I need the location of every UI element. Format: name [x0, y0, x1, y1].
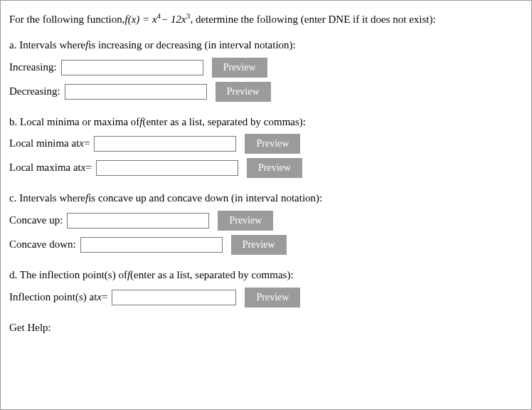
maxima-x: x [81, 160, 86, 176]
d-prefix: d. The inflection point(s) of [9, 268, 127, 283]
inflection-x: x [97, 290, 102, 305]
decreasing-row: Decreasing: Preview [9, 82, 523, 102]
exp2: 3 [186, 10, 191, 21]
intro-prefix: For the following function, [9, 12, 124, 28]
function-lhs: f(x) = x [124, 12, 156, 28]
increasing-label: Increasing: [9, 60, 57, 75]
a-prefix: a. Intervals where [9, 38, 85, 53]
c-suffix: is concave up and concave down (in inter… [88, 191, 322, 206]
b-prefix: b. Local minima or maxima of [9, 115, 139, 130]
minima-eq: = [84, 136, 90, 152]
concave-up-label: Concave up: [9, 213, 63, 228]
minima-prefix: Local minima at [9, 136, 79, 152]
concave-down-row: Concave down: Preview [9, 235, 523, 255]
preview-button[interactable]: Preview [245, 288, 300, 308]
intro-suffix: , determine the following (enter DNE if … [190, 12, 435, 28]
local-maxima-input[interactable] [96, 160, 238, 176]
function-mid: − 12x [161, 12, 186, 28]
inflection-prefix: Inflection point(s) at [9, 290, 97, 305]
inflection-row: Inflection point(s) at x = Preview [9, 288, 523, 308]
concave-up-row: Concave up: Preview [9, 211, 523, 231]
part-c-title: c. Intervals where f is concave up and c… [9, 191, 523, 206]
preview-button[interactable]: Preview [216, 82, 271, 102]
part-a-title: a. Intervals where f is increasing or de… [9, 38, 523, 53]
local-minima-input[interactable] [94, 136, 236, 152]
get-help-label: Get Help: [9, 320, 51, 336]
maxima-prefix: Local maxima at [9, 160, 81, 176]
decreasing-input[interactable] [65, 84, 207, 100]
problem-frame: For the following function, f(x) = x4 − … [0, 0, 532, 410]
part-d-title: d. The inflection point(s) of f (enter a… [9, 268, 523, 283]
increasing-input[interactable] [61, 60, 203, 75]
c-prefix: c. Intervals where [9, 191, 85, 206]
exp1: 4 [157, 10, 161, 21]
local-minima-row: Local minima at x = Preview [9, 134, 523, 154]
preview-button[interactable]: Preview [245, 134, 300, 154]
increasing-row: Increasing: Preview [9, 58, 523, 78]
minima-x: x [79, 136, 84, 152]
inflection-eq: = [102, 290, 107, 305]
b-suffix: (enter as a list, separated by commas): [142, 115, 306, 130]
decreasing-label: Decreasing: [9, 84, 60, 100]
preview-button[interactable]: Preview [231, 235, 287, 255]
concave-down-label: Concave down: [9, 237, 76, 253]
get-help-row: Get Help: [9, 320, 523, 336]
preview-button[interactable]: Preview [218, 211, 273, 231]
preview-button[interactable]: Preview [247, 158, 302, 178]
concave-down-input[interactable] [80, 237, 223, 253]
a-suffix: is increasing or decreasing (in interval… [88, 38, 296, 53]
part-b-title: b. Local minima or maxima of f (enter as… [9, 115, 523, 130]
d-suffix: (enter as a list, separated by commas): [130, 268, 294, 283]
problem-statement: For the following function, f(x) = x4 − … [9, 12, 523, 28]
concave-up-input[interactable] [67, 213, 209, 228]
maxima-eq: = [85, 160, 91, 176]
inflection-input[interactable] [112, 290, 236, 305]
local-maxima-row: Local maxima at x = Preview [9, 158, 523, 178]
preview-button[interactable]: Preview [212, 58, 267, 78]
